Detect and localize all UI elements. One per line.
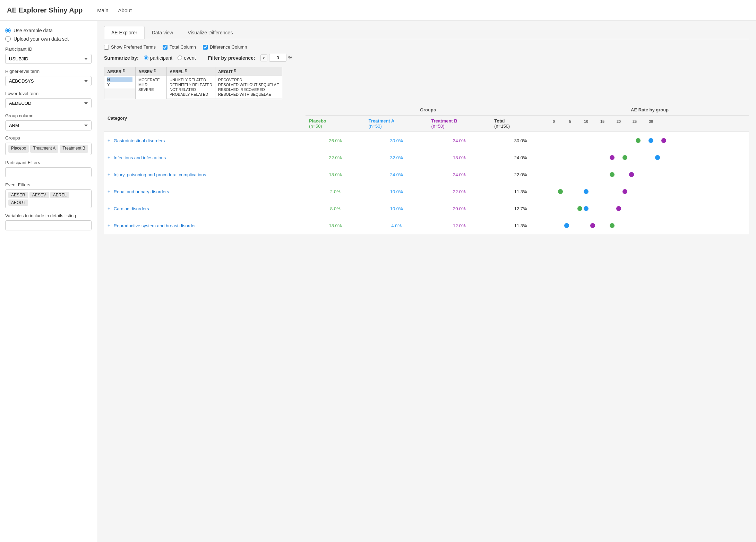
event-filters-container: AESER AESEV AEREL AEOUT	[5, 189, 92, 208]
table-row: + Cardiac disorders 8.0% 10.0% 20.0% 12.…	[104, 200, 749, 217]
gte-symbol: ≥	[260, 54, 268, 61]
total-value: 11.3%	[491, 183, 550, 200]
filter-item[interactable]: DEFINITELY RELEATED	[170, 82, 212, 87]
use-example-radio[interactable]: Use example data	[5, 28, 92, 33]
event-tag-aerel: AEREL	[50, 192, 69, 198]
difference-column-checkbox[interactable]: Difference Column	[203, 44, 247, 50]
lower-level-term-select[interactable]: AEDECOD	[5, 98, 92, 108]
group-tag-treatA: Treatment A	[30, 145, 58, 153]
filter-item[interactable]: SEVERE	[138, 87, 164, 92]
filter-col-aeout-header: AEOUT E	[215, 67, 282, 76]
summarize-participant-radio[interactable]: participant	[144, 55, 173, 61]
table-row: + Renal and urinary disorders 2.0% 10.0%…	[104, 183, 749, 200]
total-value: 11.3%	[491, 217, 550, 234]
main-nav: Main About	[93, 7, 136, 13]
higher-level-term-select[interactable]: AEBODSYS	[5, 76, 92, 86]
dot-treata	[584, 189, 589, 194]
app-title: AE Explorer Shiny App	[7, 6, 83, 14]
chart-cell	[550, 183, 749, 200]
table-row: + Infections and infestations 22.0% 32.0…	[104, 149, 749, 166]
tab-bar: AE Explorer Data view Visualize Differen…	[104, 26, 749, 39]
filter-item[interactable]: RECOVERED	[218, 77, 279, 82]
total-column-checkbox[interactable]: Total Column	[163, 44, 196, 50]
ae-table-container: Category Groups AE Rate by group Placebo…	[104, 104, 749, 234]
table-groups-header-row: Category Groups AE Rate by group	[104, 104, 749, 116]
nav-main[interactable]: Main	[93, 5, 113, 16]
groups-header: Groups	[306, 104, 550, 116]
event-filters-label: Event Filters	[5, 182, 92, 187]
category-cell: + Infections and infestations	[104, 149, 306, 166]
show-preferred-terms-checkbox[interactable]: Show Preferred Terms	[104, 44, 156, 50]
filter-col-aeser-body: N Y	[104, 76, 135, 88]
category-link[interactable]: Reproductive system and breast disorder	[114, 223, 196, 228]
filter-item[interactable]: Y	[107, 82, 132, 87]
chart-cell	[550, 166, 749, 183]
category-link[interactable]: Cardiac disorders	[114, 206, 149, 211]
filter-item[interactable]: MILD	[138, 82, 164, 87]
expand-button[interactable]: +	[108, 138, 112, 143]
filter-col-aeout: AEOUT E RECOVERED RESOLVED WITHOUT SEQUE…	[215, 67, 282, 99]
total-value: 22.0%	[491, 166, 550, 183]
filter-col-aeser: AESER E N Y	[104, 67, 136, 99]
category-link[interactable]: Gastrointestinal disorders	[114, 138, 165, 143]
filter-item[interactable]: N	[107, 77, 132, 82]
participant-filters-input[interactable]	[5, 167, 92, 177]
filter-item[interactable]: RESOLVED, RECOVERED	[218, 87, 279, 92]
tab-visualize-diff[interactable]: Visualize Differences	[180, 26, 240, 39]
participant-id-select[interactable]: USUBJID	[5, 54, 92, 64]
category-link[interactable]: Injury, poisoning and procedural complic…	[114, 172, 206, 177]
lower-level-term-label: Lower-level term	[5, 91, 92, 96]
tab-ae-explorer[interactable]: AE Explorer	[104, 26, 145, 39]
filter-item[interactable]: PROBABLY RELATED	[170, 92, 212, 97]
filter-col-aesev-header: AESEV E	[136, 67, 166, 76]
total-value: 30.0%	[491, 132, 550, 149]
summarize-event-radio[interactable]: event	[178, 55, 196, 61]
filter-col-aeser-header: AESER E	[104, 67, 135, 76]
placebo-value: 18.0%	[306, 166, 365, 183]
dot-treatb	[590, 223, 595, 228]
expand-button[interactable]: +	[108, 155, 112, 160]
category-header: Category	[104, 104, 306, 132]
filter-item[interactable]: RESOLVED WITH SEQUELAE	[218, 92, 279, 97]
chart-cell	[550, 217, 749, 234]
expand-button[interactable]: +	[108, 206, 112, 211]
variables-input[interactable]	[5, 220, 92, 230]
filter-col-aerel-header: AEREL E	[167, 67, 215, 76]
category-cell: + Injury, poisoning and procedural compl…	[104, 166, 306, 183]
filter-item[interactable]: MODERATE	[138, 77, 164, 82]
group-column-select[interactable]: ARM	[5, 120, 92, 130]
upload-data-radio[interactable]: Upload your own data set	[5, 36, 92, 42]
expand-button[interactable]: +	[108, 223, 112, 228]
nav-about[interactable]: About	[114, 5, 136, 16]
category-link[interactable]: Infections and infestations	[114, 155, 166, 160]
expand-button[interactable]: +	[108, 189, 112, 194]
placebo-value: 8.0%	[306, 200, 365, 217]
filter-item[interactable]: NOT RELATED	[170, 87, 212, 92]
total-value: 24.0%	[491, 149, 550, 166]
group-column-label: Group column	[5, 113, 92, 118]
sidebar: Use example data Upload your own data se…	[0, 21, 97, 542]
dot-placebo	[622, 155, 627, 160]
dot-treatb	[661, 138, 666, 143]
category-cell: + Cardiac disorders	[104, 200, 306, 217]
placebo-header: Placebo (n=50)	[306, 116, 365, 132]
event-tag-aesev: AESEV	[29, 192, 49, 198]
tab-data-view[interactable]: Data view	[145, 26, 180, 39]
treatb-value: 18.0%	[428, 149, 491, 166]
filter-col-aesev: AESEV E MODERATE MILD SEVERE	[136, 67, 167, 99]
dot-placebo	[636, 138, 641, 143]
main-layout: Use example data Upload your own data se…	[0, 21, 756, 542]
dot-placebo	[558, 189, 563, 194]
summarize-bar: Summarize by: participant event Filter b…	[104, 54, 749, 62]
filter-item[interactable]: UNLIKELY RELATED	[170, 77, 212, 82]
treatB-header: Treatment B (n=50)	[428, 116, 491, 132]
expand-button[interactable]: +	[108, 172, 112, 177]
category-link[interactable]: Renal and urinary disorders	[114, 189, 169, 194]
dot-treata	[648, 138, 653, 143]
prevalence-value-input[interactable]	[269, 54, 286, 62]
filter-item[interactable]: RESOLVED WITHOUT SEQUELAE	[218, 82, 279, 87]
treata-value: 24.0%	[365, 166, 428, 183]
treatb-value: 24.0%	[428, 166, 491, 183]
total-header: Total (n=150)	[491, 116, 550, 132]
treata-value: 30.0%	[365, 132, 428, 149]
